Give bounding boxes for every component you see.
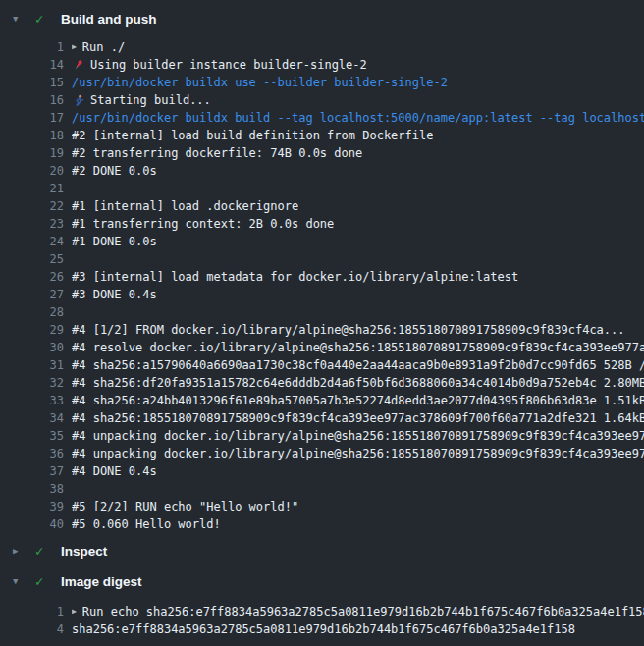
line-number[interactable]: 1	[0, 38, 64, 56]
log-text: sha256:e7ff8834a5963a2785c5a0811e979d16b…	[72, 620, 575, 638]
line-number[interactable]: 40	[0, 515, 64, 533]
line-number[interactable]: 1	[0, 603, 64, 620]
log-line-content: #1 transferring context: 2B 0.0s done	[72, 215, 334, 233]
line-number[interactable]: 32	[0, 374, 64, 392]
line-number[interactable]: 19	[0, 144, 64, 162]
log-line: 36#4 unpacking docker.io/library/alpine@…	[0, 445, 644, 462]
log-line: 34#4 sha256:185518070891758909c9f839cf4c…	[0, 409, 644, 427]
log-line-content: #2 [internal] load build definition from…	[72, 127, 433, 144]
log-text: #3 [internal] load metadata for docker.i…	[72, 268, 518, 286]
chevron-down-icon[interactable]: ▼	[13, 570, 25, 592]
log-line: 39#5 [2/2] RUN echo "Hello world!"	[0, 498, 644, 515]
log-line: 32#4 sha256:df20fa9351a15782c64e6dddb2d4…	[0, 374, 644, 392]
section-header-image-digest[interactable]: ▼ ✓ Image digest	[0, 570, 644, 592]
line-number[interactable]: 17	[0, 109, 64, 127]
line-number[interactable]: 23	[0, 215, 64, 233]
log-text: Starting build...	[90, 91, 211, 109]
log-line-content: #4 sha256:df20fa9351a15782c64e6dddb2d4a6…	[72, 374, 644, 392]
log-line: 14Using builder instance builder-single-…	[0, 56, 644, 74]
log-text: #2 transferring dockerfile: 74B 0.0s don…	[72, 144, 362, 162]
log-text: #4 sha256:a15790640a6690aa1730c38cf0a440…	[72, 356, 644, 374]
log-line-content: #3 DONE 0.4s	[72, 286, 157, 303]
log-line: 28	[0, 303, 644, 321]
log-line-content: sha256:e7ff8834a5963a2785c5a0811e979d16b…	[72, 620, 575, 638]
log-line-content: #4 unpacking docker.io/library/alpine@sh…	[72, 427, 644, 445]
line-number[interactable]: 22	[0, 197, 64, 215]
chevron-right-icon[interactable]: ▶	[13, 540, 25, 562]
runner-icon	[72, 94, 84, 107]
section-header-inspect[interactable]: ▶ ✓ Inspect	[0, 540, 644, 562]
log-line-content: Starting build...	[72, 91, 211, 109]
log-text: #5 [2/2] RUN echo "Hello world!"	[72, 498, 298, 515]
log-text: #4 [1/2] FROM docker.io/library/alpine@s…	[72, 321, 625, 339]
line-number[interactable]: 39	[0, 498, 64, 515]
log-line-content: ▶Run ./	[72, 38, 125, 56]
line-number[interactable]: 34	[0, 409, 64, 427]
log-text: Run ./	[82, 38, 125, 56]
line-number[interactable]: 37	[0, 462, 64, 480]
section-header-build-and-push[interactable]: ▼ ✓ Build and push	[0, 8, 644, 29]
line-number[interactable]: 21	[0, 180, 64, 197]
log-line-content: #4 DONE 0.4s	[72, 462, 157, 480]
log-text: #4 resolve docker.io/library/alpine@sha2…	[72, 339, 644, 356]
log-line: 21	[0, 180, 644, 197]
log-line-content: /usr/bin/docker buildx use --builder bui…	[72, 74, 448, 91]
log-text: #4 unpacking docker.io/library/alpine@sh…	[72, 445, 644, 462]
log-line: 19#2 transferring dockerfile: 74B 0.0s d…	[0, 144, 644, 162]
line-number[interactable]: 38	[0, 480, 64, 498]
chevron-down-icon[interactable]: ▼	[13, 8, 25, 29]
log-text: #4 unpacking docker.io/library/alpine@sh…	[72, 427, 644, 445]
log-text: #4 DONE 0.4s	[72, 462, 157, 480]
section-title: Image digest	[61, 574, 142, 589]
line-number[interactable]: 29	[0, 321, 64, 339]
log-line: 23#1 transferring context: 2B 0.0s done	[0, 215, 644, 233]
log-line: 35#4 unpacking docker.io/library/alpine@…	[0, 427, 644, 445]
success-check-icon: ✓	[35, 570, 49, 592]
section-image-digest: ▼ ✓ Image digest 1▶Run echo sha256:e7ff8…	[0, 570, 644, 638]
line-number[interactable]: 16	[0, 91, 64, 109]
log-line: 18#2 [internal] load build definition fr…	[0, 127, 644, 144]
log-line: 40#5 0.060 Hello world!	[0, 515, 644, 533]
log-text: #2 DONE 0.0s	[72, 162, 157, 180]
log-line-content: #1 [internal] load .dockerignore	[72, 197, 298, 215]
log-text: #1 DONE 0.0s	[72, 233, 157, 250]
line-number[interactable]: 27	[0, 286, 64, 303]
line-number[interactable]: 35	[0, 427, 64, 445]
log-line-content: #4 unpacking docker.io/library/alpine@sh…	[72, 445, 644, 462]
log-text: #1 [internal] load .dockerignore	[72, 197, 298, 215]
log-line-content: /usr/bin/docker buildx build --tag local…	[72, 109, 644, 127]
line-number[interactable]: 24	[0, 233, 64, 250]
log-line-content: #1 DONE 0.0s	[72, 233, 157, 250]
log-line-content: #5 0.060 Hello world!	[72, 515, 221, 533]
log-line: 15/usr/bin/docker buildx use --builder b…	[0, 74, 644, 91]
log-line: 30#4 resolve docker.io/library/alpine@sh…	[0, 339, 644, 356]
log-line: 37#4 DONE 0.4s	[0, 462, 644, 480]
line-number[interactable]: 26	[0, 268, 64, 286]
line-number[interactable]: 18	[0, 127, 64, 144]
line-number[interactable]: 14	[0, 56, 64, 74]
log-line-content: Using builder instance builder-single-2	[72, 56, 367, 74]
line-number[interactable]: 33	[0, 392, 64, 409]
command-text: /usr/bin/docker buildx build --tag local…	[72, 109, 644, 127]
section-inspect: ▶ ✓ Inspect	[0, 540, 644, 562]
section-title: Build and push	[61, 12, 157, 27]
log-line: 22#1 [internal] load .dockerignore	[0, 197, 644, 215]
run-group-expander-icon[interactable]: ▶	[72, 603, 77, 620]
section-build-and-push: ▼ ✓ Build and push 1▶Run ./14Using build…	[0, 8, 644, 533]
line-number[interactable]: 31	[0, 356, 64, 374]
log-lines: 1▶Run ./14Using builder instance builder…	[0, 38, 644, 533]
line-number[interactable]: 4	[0, 620, 64, 638]
run-group-expander-icon[interactable]: ▶	[72, 38, 77, 56]
log-line: 16Starting build...	[0, 91, 644, 109]
line-number[interactable]: 36	[0, 445, 64, 462]
log-line-content: #4 [1/2] FROM docker.io/library/alpine@s…	[72, 321, 625, 339]
log-line: 33#4 sha256:a24bb4013296f61e89ba57005a7b…	[0, 392, 644, 409]
command-text: /usr/bin/docker buildx use --builder bui…	[72, 74, 448, 91]
log-text: #1 transferring context: 2B 0.0s done	[72, 215, 334, 233]
line-number[interactable]: 30	[0, 339, 64, 356]
line-number[interactable]: 28	[0, 303, 64, 321]
line-number[interactable]: 15	[0, 74, 64, 91]
line-number[interactable]: 20	[0, 162, 64, 180]
log-line-content: #4 resolve docker.io/library/alpine@sha2…	[72, 339, 644, 356]
line-number[interactable]: 25	[0, 250, 64, 268]
